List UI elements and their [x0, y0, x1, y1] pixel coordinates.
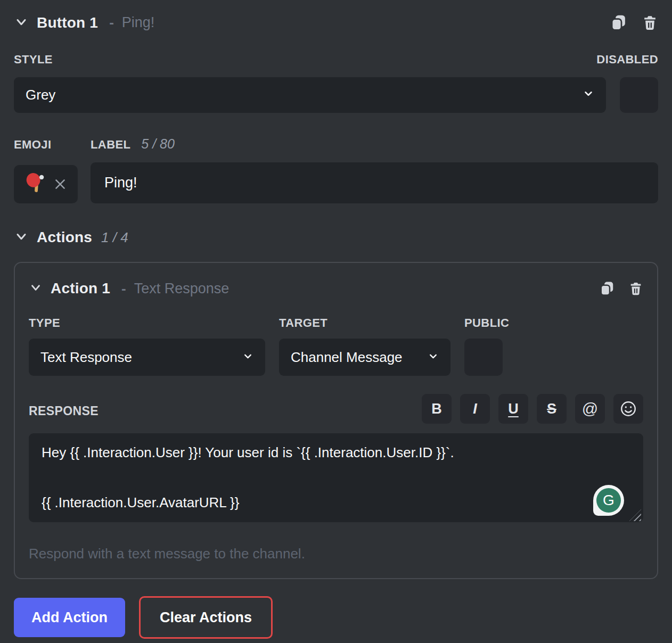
style-label: STYLE: [14, 53, 53, 67]
label-label: LABEL: [91, 138, 130, 152]
action-header: Action 1 - Text Response: [29, 280, 643, 297]
public-label: PUBLIC: [464, 316, 509, 330]
duplicate-action-icon[interactable]: [599, 281, 615, 296]
response-textarea[interactable]: Hey {{ .Interaction.User }}! Your user i…: [29, 433, 643, 522]
emoji-smiley-icon[interactable]: [613, 394, 643, 424]
button-label-input[interactable]: [91, 162, 658, 203]
strikethrough-button[interactable]: S: [537, 394, 567, 424]
delete-action-icon[interactable]: [628, 281, 643, 296]
action-subtitle: Text Response: [134, 281, 230, 297]
actions-header: Actions 1 / 4: [14, 229, 658, 246]
mention-button[interactable]: @: [575, 394, 605, 424]
button-editor-panel: Button 1 - Ping! STYLE DISABLED Grey EMO…: [0, 0, 672, 643]
bold-button[interactable]: B: [422, 394, 452, 424]
target-select[interactable]: Channel Message: [279, 339, 450, 376]
button-header: Button 1 - Ping!: [14, 14, 658, 31]
disabled-checkbox[interactable]: [620, 77, 658, 113]
response-label: RESPONSE: [29, 404, 99, 418]
chevron-down-icon: [583, 87, 594, 103]
ping-pong-paddle-emoji: [24, 172, 47, 196]
emoji-picker[interactable]: [14, 165, 78, 203]
actions-counter: 1 / 4: [101, 229, 128, 246]
chevron-down-icon[interactable]: [29, 281, 43, 296]
button-title: Button 1: [37, 14, 98, 31]
underline-button[interactable]: U: [498, 394, 528, 424]
action-title: Action 1: [51, 280, 110, 297]
button-subtitle: Ping!: [122, 14, 155, 31]
response-help-text: Respond with a text message to the chann…: [29, 546, 643, 562]
title-separator: -: [109, 14, 114, 31]
chevron-down-icon: [428, 349, 439, 366]
chevron-down-icon[interactable]: [14, 229, 29, 246]
target-select-value: Channel Message: [291, 349, 403, 366]
actions-title: Actions: [37, 229, 92, 246]
delete-button-icon[interactable]: [642, 14, 658, 31]
formatting-toolbar: B I U S @: [422, 394, 643, 424]
style-select[interactable]: Grey: [14, 77, 606, 113]
public-checkbox[interactable]: [464, 339, 503, 376]
type-select-value: Text Response: [40, 349, 132, 366]
chevron-down-icon: [242, 349, 253, 366]
disabled-label: DISABLED: [596, 53, 658, 67]
chevron-down-icon[interactable]: [14, 14, 29, 31]
action-card: Action 1 - Text Response TYPE Text Respo…: [14, 262, 658, 579]
italic-button[interactable]: I: [460, 394, 490, 424]
type-label: TYPE: [29, 316, 265, 330]
label-char-counter: 5 / 80: [141, 136, 175, 152]
clear-emoji-icon[interactable]: [53, 177, 67, 191]
grammarly-icon[interactable]: G: [593, 485, 624, 516]
style-select-value: Grey: [26, 87, 55, 103]
target-label: TARGET: [279, 316, 450, 330]
duplicate-button-icon[interactable]: [610, 14, 627, 31]
type-select[interactable]: Text Response: [29, 339, 265, 376]
clear-actions-button[interactable]: Clear Actions: [139, 596, 273, 639]
add-action-button[interactable]: Add Action: [14, 598, 125, 637]
emoji-label: EMOJI: [14, 138, 78, 152]
action-title-separator: -: [121, 281, 126, 297]
